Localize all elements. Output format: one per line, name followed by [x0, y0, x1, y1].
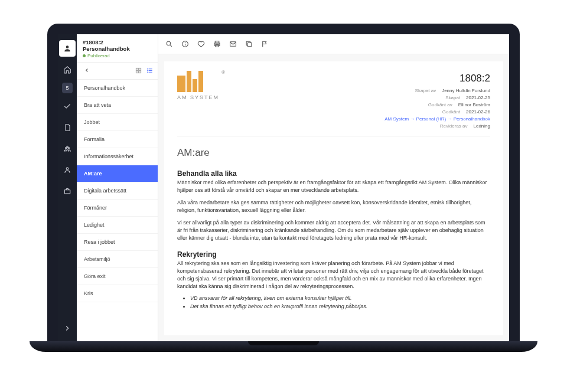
- rail-check-icon[interactable]: [59, 98, 76, 115]
- meta-row: Godkänt2021-02-26: [384, 109, 490, 116]
- svg-point-3: [67, 146, 68, 147]
- doc-heading-h1: AM:are: [177, 147, 490, 159]
- sidebar-item[interactable]: Informationssäkerhet: [77, 148, 158, 165]
- doc-status: Publicerad: [83, 53, 152, 58]
- doc-title-sidebar: #1808:2 Personalhandbok: [83, 39, 152, 52]
- doc-id: 1808:2: [384, 71, 490, 86]
- svg-point-19: [185, 43, 185, 43]
- sidebar-item[interactable]: Formalia: [77, 131, 158, 148]
- rail-briefcase-icon[interactable]: [59, 183, 76, 200]
- view-grid-icon[interactable]: [135, 67, 142, 75]
- sidebar-item[interactable]: AM:are: [77, 165, 158, 182]
- info-icon[interactable]: [181, 40, 189, 48]
- section-title: Rekrytering: [177, 250, 490, 259]
- rail-document-icon[interactable]: [59, 119, 76, 136]
- flag-icon[interactable]: [261, 40, 269, 48]
- left-nav-rail: 5: [58, 34, 77, 342]
- content-toolbar: [158, 34, 509, 54]
- sidebar-item[interactable]: Ledighet: [77, 217, 158, 234]
- svg-rect-5: [64, 190, 70, 194]
- body-list-item: Det ska finnas ett tydligt behov och en …: [190, 303, 490, 309]
- svg-point-1: [66, 148, 67, 149]
- doc-metadata: 1808:2 Skapat avJenny Hultdin ForslundSk…: [384, 71, 490, 130]
- app-screen: 5: [58, 34, 509, 342]
- svg-rect-9: [139, 70, 141, 73]
- sidebar-item[interactable]: Personalhandbok: [77, 80, 158, 97]
- section-title: Behandla alla lika: [177, 169, 490, 178]
- svg-point-16: [167, 41, 171, 45]
- sidebar-item[interactable]: Resa i jobbet: [77, 234, 158, 251]
- copy-icon[interactable]: [245, 40, 253, 48]
- rail-expand-icon[interactable]: [59, 320, 76, 337]
- svg-rect-24: [247, 43, 252, 47]
- sidebar-item[interactable]: Kris: [77, 285, 158, 302]
- svg-point-14: [147, 70, 148, 71]
- body-paragraph: Vi ser allvarligt på alla typer av diskr…: [177, 219, 490, 242]
- svg-rect-6: [136, 68, 138, 70]
- body-paragraph: Alla våra medarbetare ska ges samma rätt…: [177, 199, 490, 214]
- rail-home-icon[interactable]: [59, 61, 76, 78]
- svg-point-2: [68, 148, 69, 149]
- svg-point-0: [66, 45, 69, 48]
- content-area: ® AM SYSTEM 1808:2 Skapat avJenny Hultdi…: [158, 34, 509, 342]
- rail-profile-icon[interactable]: [59, 40, 76, 57]
- brand-logo: ® AM SYSTEM: [177, 71, 219, 130]
- search-icon[interactable]: [165, 40, 173, 48]
- svg-point-4: [66, 168, 69, 170]
- meta-row: Skapat avJenny Hultdin Forslund: [384, 87, 490, 94]
- sidebar-item[interactable]: Bra att veta: [77, 97, 158, 114]
- svg-point-15: [147, 71, 148, 72]
- sidebar-item[interactable]: Jobbet: [77, 114, 158, 131]
- document-body: ® AM SYSTEM 1808:2 Skapat avJenny Hultdi…: [164, 61, 503, 335]
- sidebar-item[interactable]: Digitala arbetssätt: [77, 182, 158, 200]
- rail-notification-badge[interactable]: 5: [62, 83, 73, 93]
- rail-user-icon[interactable]: [59, 162, 76, 178]
- nav-back-button[interactable]: [82, 66, 92, 76]
- svg-rect-7: [139, 68, 141, 70]
- meta-row[interactable]: AM System → Personal (HR) → Personalhand…: [384, 116, 490, 123]
- svg-point-13: [147, 68, 148, 69]
- print-icon[interactable]: [213, 40, 221, 48]
- svg-rect-8: [136, 70, 138, 73]
- mail-icon[interactable]: [229, 40, 237, 48]
- meta-row: Godkänt avEllinor Boström: [384, 102, 490, 109]
- sidebar-item[interactable]: Arbetsmiljö: [77, 251, 158, 268]
- favorite-icon[interactable]: [197, 40, 205, 48]
- body-paragraph: Människor med olika erfarenheter och per…: [177, 179, 490, 194]
- rail-group-icon[interactable]: [59, 141, 76, 157]
- body-paragraph: All rekrytering ska ses som en långsikti…: [177, 260, 490, 290]
- view-list-icon[interactable]: [146, 67, 153, 75]
- sidebar-panel: #1808:2 Personalhandbok Publicerad: [77, 34, 158, 342]
- meta-row: Skapat2021-02-25: [384, 94, 490, 102]
- meta-row: Revideras avLedning: [384, 123, 490, 130]
- brand-name: AM SYSTEM: [177, 94, 219, 100]
- sidebar-item[interactable]: Förmåner: [77, 200, 158, 217]
- sidebar-nav-list: PersonalhandbokBra att vetaJobbetFormali…: [77, 80, 158, 342]
- sidebar-item[interactable]: Göra exit: [77, 268, 158, 285]
- body-list-item: VD ansvarar för all rekrytering, även om…: [190, 295, 490, 301]
